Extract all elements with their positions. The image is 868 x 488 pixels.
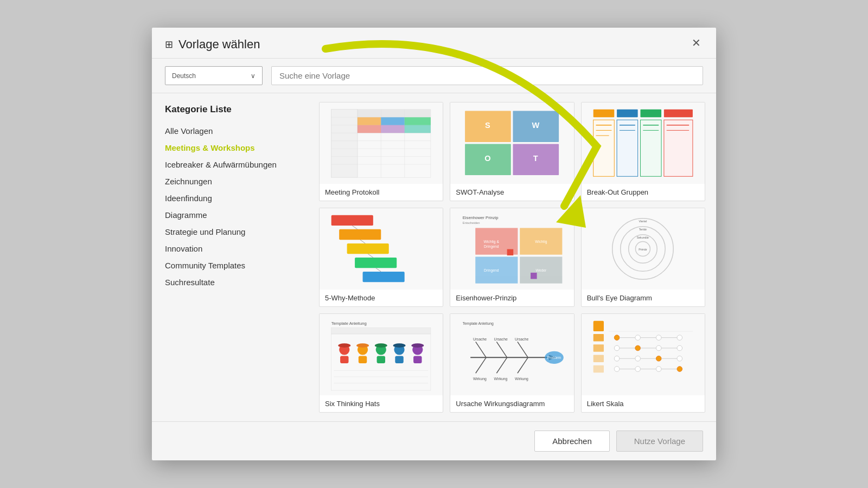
svg-point-92 — [412, 343, 424, 348]
template-thumb — [320, 208, 443, 290]
template-thumb: Template Anleitung — [320, 314, 443, 395]
svg-text:Ursache: Ursache — [494, 337, 507, 341]
template-card-ursache[interactable]: Template Anleitung Problem — [450, 313, 574, 413]
svg-text:Primär: Primär — [639, 248, 648, 251]
use-template-button[interactable]: Nutze Vorlage — [616, 431, 703, 452]
svg-rect-46 — [340, 229, 381, 239]
template-card-bullseye[interactable]: Primär Sekundär Tertiär Viertel Bull's E… — [581, 208, 705, 307]
template-thumb — [582, 102, 705, 184]
svg-rect-34 — [640, 120, 661, 176]
sidebar-item-community[interactable]: Community Templates — [165, 257, 302, 274]
close-button[interactable]: ✕ — [687, 34, 705, 52]
svg-text:Sekundär: Sekundär — [637, 236, 649, 239]
svg-text:Template Anleitung: Template Anleitung — [331, 320, 367, 325]
svg-point-118 — [635, 335, 641, 340]
template-name: Six Thinking Hats — [320, 395, 443, 412]
template-card-eisenhower[interactable]: Eisenhower Prinzip Entscheiden Wichtig & — [450, 208, 574, 307]
template-name: Ursache Wirkungsdiagramm — [450, 395, 573, 412]
sidebar-item-meetings[interactable]: Meetings & Workshops — [165, 139, 302, 156]
svg-point-91 — [393, 343, 406, 348]
svg-point-126 — [635, 345, 641, 351]
template-thumb: Template Anleitung Problem — [450, 314, 573, 395]
template-thumb — [320, 102, 443, 184]
svg-rect-18 — [381, 125, 405, 132]
svg-text:Eisenhower Prinzip: Eisenhower Prinzip — [462, 215, 498, 220]
svg-rect-33 — [617, 120, 638, 176]
svg-text:Ursache: Ursache — [473, 337, 487, 341]
bullseye-svg: Primär Sekundär Tertiär Viertel — [593, 216, 692, 281]
svg-text:Wirkung: Wirkung — [515, 376, 528, 381]
sidebar-item-icebreaker[interactable]: Icebreaker & Aufwärmübungen — [165, 156, 302, 173]
sidebar-item-zeichnungen[interactable]: Zeichnungen — [165, 173, 302, 190]
template-name: SWOT-Analyse — [450, 184, 573, 201]
sidebar-title: Kategorie Liste — [165, 104, 302, 115]
sidebar-item-strategie[interactable]: Strategie und Planung — [165, 223, 302, 240]
template-card-5why[interactable]: 5-Why-Methode — [319, 208, 443, 307]
template-name: 5-Why-Methode — [320, 290, 443, 306]
svg-rect-48 — [355, 257, 397, 267]
template-card-meeting-protokoll[interactable]: Meeting Protokoll — [319, 102, 443, 201]
sidebar-item-ideenfindung[interactable]: Ideenfindung — [165, 190, 302, 207]
svg-rect-123 — [593, 344, 604, 352]
svg-text:Tertiär: Tertiär — [639, 228, 647, 231]
svg-point-146 — [677, 366, 682, 371]
svg-point-138 — [677, 356, 682, 361]
dialog-icon: ⊞ — [165, 38, 173, 50]
toolbar: Deutsch ∨ — [152, 59, 716, 93]
svg-text:T: T — [533, 155, 538, 163]
dialog-title: Vorlage wählen — [178, 37, 260, 52]
language-select[interactable]: Deutsch ∨ — [165, 66, 263, 85]
svg-text:Viertel: Viertel — [639, 220, 647, 223]
sidebar: Kategorie Liste Alle Vorlagen Meetings &… — [152, 93, 315, 421]
ursache-svg: Template Anleitung Problem — [457, 318, 568, 391]
svg-rect-81 — [359, 356, 367, 363]
svg-point-136 — [656, 356, 661, 361]
svg-point-130 — [677, 345, 682, 351]
search-input[interactable] — [271, 66, 703, 85]
template-thumb — [582, 314, 705, 395]
eisenhower-svg: Eisenhower Prinzip Entscheiden Wichtig & — [457, 213, 568, 286]
svg-line-50 — [353, 226, 358, 229]
svg-point-90 — [375, 343, 387, 348]
svg-rect-31 — [664, 109, 693, 117]
svg-rect-29 — [617, 109, 638, 117]
sidebar-item-alle[interactable]: Alle Vorlagen — [165, 123, 302, 139]
content-area[interactable]: Meeting Protokoll S W O T — [315, 93, 716, 421]
svg-point-116 — [614, 335, 620, 340]
svg-line-52 — [368, 254, 374, 258]
sidebar-item-diagramme[interactable]: Diagramme — [165, 207, 302, 223]
template-dialog: ⊞ Vorlage wählen ✕ Deutsch ∨ Kategorie L… — [152, 28, 716, 460]
svg-text:Ursache: Ursache — [515, 337, 528, 341]
svg-point-124 — [614, 345, 620, 351]
svg-line-102 — [496, 342, 507, 357]
template-thumb: S W O T — [450, 102, 573, 184]
svg-line-101 — [475, 342, 486, 357]
svg-line-51 — [360, 240, 366, 243]
cancel-button[interactable]: Abbrechen — [534, 431, 610, 452]
template-card-sixhats[interactable]: Template Anleitung — [319, 313, 443, 413]
svg-rect-83 — [377, 356, 385, 363]
template-card-breakout[interactable]: Break-Out Gruppen — [581, 102, 705, 201]
template-card-swot[interactable]: S W O T SWOT-Analyse — [450, 102, 574, 201]
sidebar-item-innovation[interactable]: Innovation — [165, 240, 302, 257]
dialog-body: Kategorie Liste Alle Vorlagen Meetings &… — [152, 93, 716, 421]
svg-text:Wirkung: Wirkung — [473, 376, 487, 381]
svg-point-142 — [635, 366, 641, 371]
template-name: Meeting Protokoll — [320, 184, 443, 201]
svg-rect-28 — [593, 109, 615, 117]
svg-point-89 — [356, 343, 369, 348]
svg-line-105 — [496, 357, 507, 373]
svg-rect-30 — [640, 109, 661, 117]
svg-line-104 — [475, 357, 486, 373]
svg-text:Wirkung: Wirkung — [494, 376, 507, 381]
meeting-protokoll-svg — [326, 107, 437, 180]
svg-rect-17 — [358, 125, 381, 132]
svg-point-122 — [677, 335, 682, 340]
template-name: Likert Skala — [582, 395, 705, 412]
svg-point-128 — [656, 345, 661, 351]
dialog-header: ⊞ Vorlage wählen ✕ — [152, 28, 716, 59]
template-card-likert[interactable]: Likert Skala — [581, 313, 705, 413]
svg-rect-87 — [413, 356, 422, 363]
sidebar-item-suchresultate[interactable]: Suchresultate — [165, 274, 302, 291]
svg-rect-15 — [381, 117, 405, 125]
